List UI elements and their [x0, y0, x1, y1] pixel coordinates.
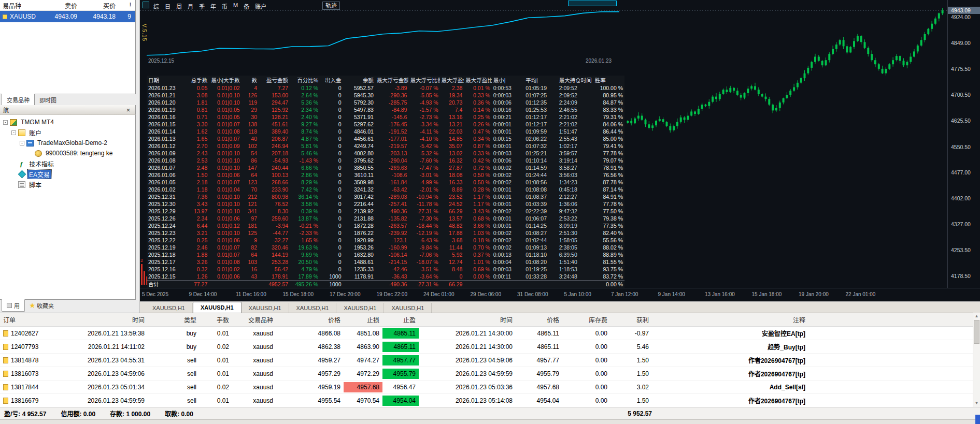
stats-cell: 2139.92 — [343, 208, 375, 215]
ea-toolbar-button[interactable]: 月 — [188, 2, 193, 10]
expander-icon[interactable]: - — [20, 141, 24, 145]
chart-tab[interactable]: XAUUSD,H1 — [384, 303, 432, 313]
chart-tab[interactable]: XAUUSD,H1 — [336, 303, 384, 313]
stats-row: 2025.12.303.430.01|0.1012176.523.58 %022… — [147, 200, 624, 208]
stats-row: 2025.12.2913.970.01|0.103418.300.39 %021… — [147, 208, 624, 215]
stats-cell: 16 — [242, 266, 259, 273]
stats-cell: 341 — [242, 208, 259, 215]
take-profit: 4956.47 — [382, 384, 419, 391]
chart-tab[interactable]: XAUUSD,H1 — [289, 303, 337, 313]
terminal-column-header[interactable]: 时间 — [49, 315, 148, 324]
stats-cell: 1000 — [320, 273, 343, 281]
profit: 3.02 — [610, 384, 652, 391]
stats-cell: -6.43 % — [408, 237, 439, 244]
terminal-column-header[interactable]: 库存费 — [562, 315, 610, 324]
price-axis[interactable]: 4943.094924.004849.004775.504700.504625.… — [947, 0, 980, 288]
chart-area[interactable]: 2 综日周月季年币M备账户 轨迹 V.5.15 2025.12.15 2026.… — [140, 0, 980, 301]
stats-cell: 5792.30 — [343, 99, 375, 106]
order-row[interactable]: 124077932026.01.21 14:11:02buy0.02xauusd… — [0, 340, 980, 354]
navigator-item-trademax-demo-2[interactable]: -TradeMaxGlobal-Demo-2 — [0, 138, 135, 148]
open-price: 4862.38 — [276, 343, 344, 350]
tab-tick-chart[interactable]: 即时图 — [35, 94, 61, 106]
ea-toolbar-button[interactable]: M — [233, 2, 238, 10]
scroll-up-icon[interactable]: ▲ — [973, 313, 980, 320]
navigator-item-scripts[interactable]: 脚本 — [0, 179, 135, 189]
chart-tab[interactable]: XAUUSD,H1 — [145, 303, 193, 313]
stats-cell: -177.01 — [375, 135, 409, 142]
stats-cell: -161.84 — [375, 179, 409, 186]
terminal-column-header[interactable]: 获利 — [610, 315, 652, 324]
close-icon[interactable]: × — [124, 107, 132, 113]
stats-cell: -32.27 — [259, 237, 290, 244]
chart-tab[interactable]: XAUUSD,H1 — [242, 303, 289, 313]
navigator-item-expert-advisors[interactable]: EA交易 — [0, 169, 135, 179]
order-row[interactable]: 138160732026.01.23 04:59:06sell0.01xauus… — [0, 367, 980, 381]
symbol-column-header[interactable]: 易品种 — [0, 1, 45, 10]
ea-toolbar-button[interactable]: 年 — [210, 2, 216, 10]
stats-cell: 2026.01.02 — [147, 186, 183, 193]
equity-total: 5 952.57 — [628, 410, 652, 417]
terminal-column-header[interactable]: 价格 — [276, 315, 344, 324]
stats-column-header: 最大持仓时间 — [558, 76, 593, 84]
tab-favorites[interactable]: 收藏夹 — [25, 300, 59, 311]
panel-splitter[interactable] — [136, 0, 140, 313]
stats-cell: 212 — [242, 193, 259, 200]
stats-cell: 1:58:05 — [558, 237, 593, 244]
time-axis[interactable]: 5 Dec 20259 Dec 14:0011 Dec 16:0015 Dec … — [140, 288, 980, 301]
expander-icon[interactable]: - — [11, 130, 16, 135]
stats-cell: 6.66 % — [290, 164, 320, 171]
track-button[interactable]: 轨迹 — [322, 2, 340, 10]
ea-panel-icon[interactable] — [143, 2, 149, 8]
stats-cell: -27.31 % — [408, 208, 439, 215]
ea-toolbar-button[interactable]: 季 — [199, 2, 205, 10]
ea-toolbar-button[interactable]: 币 — [222, 2, 228, 10]
spread-column-header[interactable]: ! — [118, 2, 134, 9]
bid-column-header[interactable]: 卖价 — [45, 1, 80, 10]
stats-cell: 2025.12.16 — [147, 266, 183, 273]
ask-column-header[interactable]: 买价 — [80, 1, 118, 10]
stats-cell: 0.72 % — [464, 164, 491, 171]
ea-toolbar-button[interactable]: 账户 — [255, 2, 266, 10]
stats-cell: 2026.01.06 — [147, 171, 183, 179]
stats-cell: 2.86 % — [290, 171, 320, 179]
terminal-column-header[interactable]: 注释 — [652, 315, 808, 324]
terminal-column-header[interactable]: 类型 — [148, 315, 200, 324]
terminal-column-header[interactable]: 时间 — [419, 315, 516, 324]
stats-cell: 0:00:02 — [492, 229, 524, 237]
accounts-icon — [18, 129, 25, 136]
order-row[interactable]: 124026272026.01.21 13:59:38buy0.01xauusd… — [0, 327, 980, 340]
chart-tab[interactable]: XAUUSD,H1 — [193, 302, 242, 313]
order-row[interactable]: 138166792026.01.23 04:59:59sell0.01xauus… — [0, 394, 980, 407]
scrollbar-thumb[interactable] — [974, 320, 979, 344]
market-watch-row-xauusd[interactable]: XAUUSD 4943.09 4943.18 9 — [0, 11, 135, 22]
order-row[interactable]: 138148782026.01.23 04:55:31sell0.01xauus… — [0, 354, 980, 367]
terminal-column-header[interactable]: 订单 — [0, 315, 49, 324]
navigator-item-indicators[interactable]: 技术指标 — [0, 158, 135, 169]
stats-cell: 2.48 — [183, 164, 209, 171]
ea-toolbar-button[interactable]: 周 — [176, 2, 182, 10]
navigator-item-login-990003589[interactable]: 990003589: tengteng ke — [0, 148, 135, 158]
stats-cell: 1953.26 — [343, 244, 375, 251]
ea-toolbar-button[interactable]: 日 — [165, 2, 171, 10]
scroll-down-icon[interactable]: ▼ — [973, 400, 980, 407]
terminal-column-header[interactable]: 手数 — [200, 315, 232, 324]
terminal-column-header[interactable]: 价格 — [516, 315, 562, 324]
order-row[interactable]: 138178442026.01.23 05:01:34sell0.02xauus… — [0, 381, 980, 394]
terminal-column-header[interactable]: 止盈 — [382, 315, 419, 324]
terminal-column-header[interactable]: 交易品种 — [232, 315, 276, 324]
stats-cell: 2.46 — [183, 244, 209, 251]
terminal-column-header[interactable]: 止损 — [344, 315, 382, 324]
terminal-scrollbar[interactable]: ▲ ▼ — [973, 313, 980, 407]
navigator-item-label: 990003589: tengteng ke — [44, 150, 114, 157]
stats-cell: 0.37 % — [464, 251, 491, 258]
ea-toolbar-button[interactable]: 综 — [153, 2, 159, 10]
ea-toolbar-button[interactable]: 备 — [244, 2, 249, 10]
tab-common[interactable]: 用 — [2, 299, 25, 312]
price-axis-label: 4775.50 — [951, 66, 971, 72]
tab-symbols[interactable]: 交易品种 — [2, 94, 35, 106]
stats-row: 2025.12.192.460.01|0.0782320.4619.63 %01… — [147, 244, 624, 251]
navigator-item-tmgm-mt4[interactable]: -TMGM MT4 — [0, 117, 135, 127]
profit: -0.97 — [610, 330, 652, 337]
expander-icon[interactable]: - — [3, 120, 8, 125]
navigator-item-accounts[interactable]: -账户 — [0, 127, 135, 138]
